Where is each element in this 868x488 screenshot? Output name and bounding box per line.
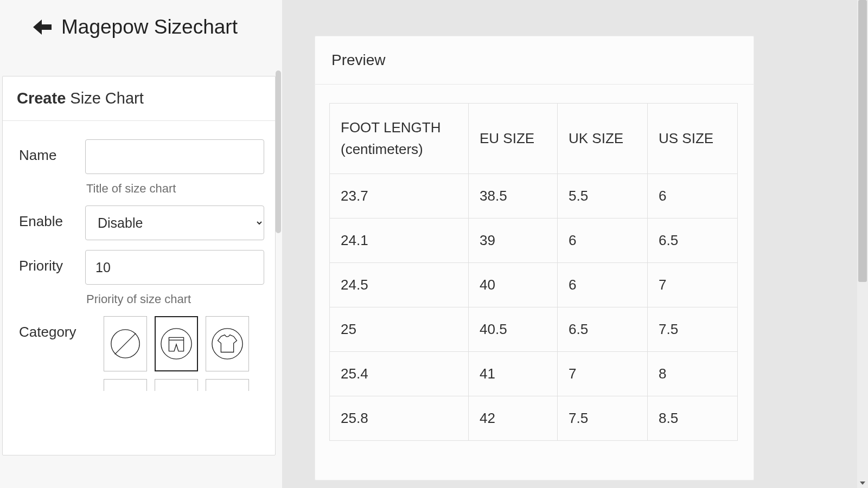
row-priority: Priority Priority of size chart xyxy=(19,250,264,306)
table-cell: 24.1 xyxy=(330,218,469,262)
table-cell: 7.5 xyxy=(558,396,648,440)
column-header: EU SIZE xyxy=(469,104,558,174)
table-body: 23.738.55.5624.13966.524.540672540.56.57… xyxy=(330,174,738,440)
name-input[interactable] xyxy=(85,139,264,174)
table-cell: 42 xyxy=(469,396,558,440)
table-cell: 41 xyxy=(469,351,558,396)
right-panel: Preview FOOT LENGTH (centimeters)EU SIZE… xyxy=(282,0,868,488)
column-header: FOOT LENGTH (centimeters) xyxy=(330,104,469,174)
page-header: Magepow Sizechart xyxy=(0,0,282,54)
svg-point-4 xyxy=(212,329,242,359)
priority-input[interactable] xyxy=(85,250,264,285)
table-cell: 7.5 xyxy=(648,307,738,351)
card-title-rest: Size Chart xyxy=(70,89,143,107)
table-cell: 8 xyxy=(648,351,738,396)
row-name: Name Title of size chart xyxy=(19,139,264,196)
back-arrow-icon[interactable] xyxy=(30,15,54,39)
card-title: Create Size Chart xyxy=(3,76,275,121)
scrollbar-thumb[interactable] xyxy=(858,0,867,282)
left-scrollbar-thumb[interactable] xyxy=(276,70,281,233)
table-cell: 5.5 xyxy=(558,174,648,218)
column-header: UK SIZE xyxy=(558,104,648,174)
svg-line-1 xyxy=(115,333,136,355)
label-name: Name xyxy=(19,139,85,196)
helper-name: Title of size chart xyxy=(85,182,264,196)
preview-heading: Preview xyxy=(315,36,754,85)
table-row: 25.8427.58.5 xyxy=(330,396,738,440)
category-grid-row2 xyxy=(86,379,264,391)
enable-select[interactable]: DisableEnable xyxy=(85,206,264,240)
category-grid xyxy=(86,316,264,371)
category-option-partial[interactable] xyxy=(155,379,198,391)
table-cell: 8.5 xyxy=(648,396,738,440)
table-cell: 6 xyxy=(558,218,648,262)
table-cell: 24.5 xyxy=(330,262,469,307)
table-cell: 25 xyxy=(330,307,469,351)
label-category: Category xyxy=(19,316,86,391)
table-row: 24.54067 xyxy=(330,262,738,307)
table-cell: 6 xyxy=(648,174,738,218)
table-cell: 7 xyxy=(558,351,648,396)
column-header: US SIZE xyxy=(648,104,738,174)
category-option-none[interactable] xyxy=(104,316,147,371)
table-cell: 23.7 xyxy=(330,174,469,218)
table-header-row: FOOT LENGTH (centimeters)EU SIZEUK SIZEU… xyxy=(330,104,738,174)
form-body: Name Title of size chart Enable DisableE… xyxy=(3,121,275,391)
row-category: Category xyxy=(19,316,264,391)
window-scrollbar[interactable] xyxy=(857,0,868,488)
category-option-partial[interactable] xyxy=(104,379,147,391)
table-cell: 39 xyxy=(469,218,558,262)
table-cell: 40 xyxy=(469,262,558,307)
category-option-partial[interactable] xyxy=(206,379,249,391)
category-option-shorts[interactable] xyxy=(155,316,198,371)
label-enable: Enable xyxy=(19,206,85,240)
table-row: 23.738.55.56 xyxy=(330,174,738,218)
table-cell: 38.5 xyxy=(469,174,558,218)
table-row: 25.44178 xyxy=(330,351,738,396)
table-row: 2540.56.57.5 xyxy=(330,307,738,351)
card-title-bold: Create xyxy=(17,89,66,107)
table-cell: 7 xyxy=(648,262,738,307)
table-cell: 6.5 xyxy=(648,218,738,262)
helper-priority: Priority of size chart xyxy=(85,292,264,306)
label-priority: Priority xyxy=(19,250,85,306)
page-title: Magepow Sizechart xyxy=(61,16,238,38)
category-option-tshirt[interactable] xyxy=(206,316,249,371)
create-size-chart-card: Create Size Chart Name Title of size cha… xyxy=(2,76,276,455)
table-row: 24.13966.5 xyxy=(330,218,738,262)
table-cell: 6.5 xyxy=(558,307,648,351)
preview-card: Preview FOOT LENGTH (centimeters)EU SIZE… xyxy=(315,36,754,480)
table-cell: 6 xyxy=(558,262,648,307)
scrollbar-down-icon[interactable] xyxy=(857,478,868,488)
row-enable: Enable DisableEnable xyxy=(19,206,264,240)
table-cell: 25.4 xyxy=(330,351,469,396)
size-table: FOOT LENGTH (centimeters)EU SIZEUK SIZEU… xyxy=(329,103,738,441)
left-panel: Magepow Sizechart Create Size Chart Name… xyxy=(0,0,282,488)
table-cell: 25.8 xyxy=(330,396,469,440)
table-cell: 40.5 xyxy=(469,307,558,351)
